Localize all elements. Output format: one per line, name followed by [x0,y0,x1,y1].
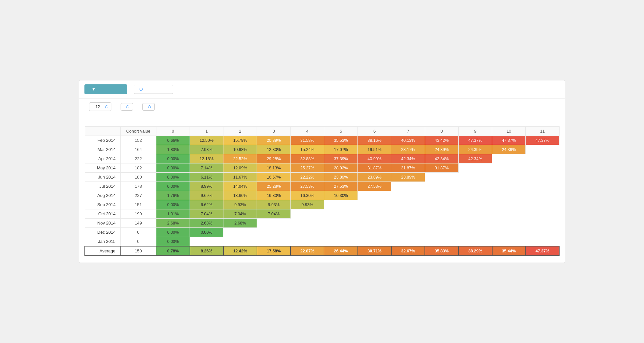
cell-5-2: 14.04% [223,182,257,191]
cell-10-11 [526,228,559,237]
row-label-2: Apr 2014 [85,154,120,163]
cell-4-11 [526,173,559,182]
cell-8-10 [492,209,526,219]
cell-11-3 [257,237,290,247]
cell-11-7 [391,237,425,247]
table-row: Dec 201400.00%0.00% [85,228,559,237]
cell-0-1: 12.50% [190,136,223,145]
cell-5-7 [391,182,425,191]
cell-3-4: 25.27% [290,163,324,173]
row-label-5: Jul 2014 [85,182,120,191]
cell-3-7: 31.87% [391,163,425,173]
table-row: Jan 201500.00% [85,237,559,247]
cell-10-4 [290,228,324,237]
cohort-val-7: 151 [120,200,156,209]
cell-0-7: 40.13% [391,136,425,145]
cell-5-3: 25.28% [257,182,290,191]
table-row: Feb 20141520.66%12.50%15.79%20.39%31.58%… [85,136,559,145]
cell-1-4: 15.24% [290,145,324,154]
cell-0-3: 20.39% [257,136,290,145]
cell-10-3 [257,228,290,237]
col-header-2: 1 [190,127,223,136]
avg-cell-10: 35.44% [492,246,526,256]
cell-1-6: 19.51% [358,145,391,154]
show-dropdown[interactable]: ⬡ [121,103,133,111]
cell-11-2 [223,237,257,247]
table-row: Apr 20142220.00%12.16%22.52%29.28%32.88%… [85,154,559,163]
cell-8-4 [290,209,324,219]
cohort-val-11: 0 [120,237,156,247]
cohort-val-4: 180 [120,173,156,182]
cell-1-3: 12.80% [257,145,290,154]
cell-3-9 [458,163,492,173]
cohort-table: Cohort value01234567891011 Feb 20141520.… [84,126,560,256]
cell-8-11 [526,209,559,219]
world-dropdown[interactable]: ▼ [84,84,127,94]
avg-cell-1: 8.26% [190,246,223,256]
row-label-3: May 2014 [85,163,120,173]
plans-dropdown[interactable]: ⬡ [134,85,173,94]
months-value[interactable] [92,104,104,109]
cell-0-6: 38.16% [358,136,391,145]
cell-10-7 [391,228,425,237]
cohort-val-10: 0 [120,228,156,237]
avg-cell-9: 38.29% [458,246,492,256]
relative-dropdown[interactable]: ⬡ [142,103,155,111]
table-row: Jul 20141780.00%8.99%14.04%25.28%27.53%2… [85,182,559,191]
cell-3-10 [492,163,526,173]
cell-5-6: 27.53% [358,182,391,191]
cell-6-7 [391,191,425,200]
avg-cell-0: 0.78% [156,246,190,256]
relative-dropdown-arrow: ⬡ [148,105,151,109]
cell-4-6: 23.89% [358,173,391,182]
cohort-val-5: 178 [120,182,156,191]
months-stepper[interactable]: ⬡ [105,105,108,109]
avg-cell-4: 22.87% [290,246,324,256]
controls-bar: ⬡ ⬡ ⬡ [79,98,565,115]
cell-0-11: 47.37% [526,136,559,145]
cohort-val-6: 227 [120,191,156,200]
cell-2-7: 42.34% [391,154,425,163]
cell-11-4 [290,237,324,247]
cell-4-5: 23.89% [324,173,357,182]
cell-0-2: 15.79% [223,136,257,145]
cell-1-1: 7.93% [190,145,223,154]
avg-cell-8: 35.83% [425,246,458,256]
cell-3-11 [526,163,559,173]
cell-2-6: 40.99% [358,154,391,163]
cell-8-5 [324,209,357,219]
cell-6-9 [458,191,492,200]
avg-label: Average [85,246,120,256]
table-row: Jun 20141800.00%6.11%11.67%16.67%22.22%2… [85,173,559,182]
row-label-9: Nov 2014 [85,219,120,228]
cell-5-0: 0.00% [156,182,190,191]
cell-2-0: 0.00% [156,154,190,163]
months-input[interactable]: ⬡ [89,102,111,111]
cell-8-8 [425,209,458,219]
table-row: May 20141820.00%7.14%12.09%18.13%25.27%2… [85,163,559,173]
cell-11-6 [358,237,391,247]
col-header-8: 7 [391,127,425,136]
row-label-8: Oct 2014 [85,209,120,219]
col-header-7: 6 [358,127,391,136]
cell-10-10 [492,228,526,237]
cell-1-8: 24.39% [425,145,458,154]
cell-6-2: 13.66% [223,191,257,200]
cell-10-6 [358,228,391,237]
cell-0-5: 35.53% [324,136,357,145]
cell-8-9 [458,209,492,219]
cell-11-10 [492,237,526,247]
row-label-1: Mar 2014 [85,145,120,154]
col-header-3: 2 [223,127,257,136]
cell-11-8 [425,237,458,247]
cell-9-3 [257,219,290,228]
cell-3-3: 18.13% [257,163,290,173]
cell-7-3: 9.93% [257,200,290,209]
col-header-0: Cohort value [120,127,156,136]
cell-2-2: 22.52% [223,154,257,163]
show-dropdown-arrow: ⬡ [126,105,129,109]
row-label-10: Dec 2014 [85,228,120,237]
cell-9-0: 2.68% [156,219,190,228]
cell-9-5 [324,219,357,228]
cell-9-2: 2.68% [223,219,257,228]
